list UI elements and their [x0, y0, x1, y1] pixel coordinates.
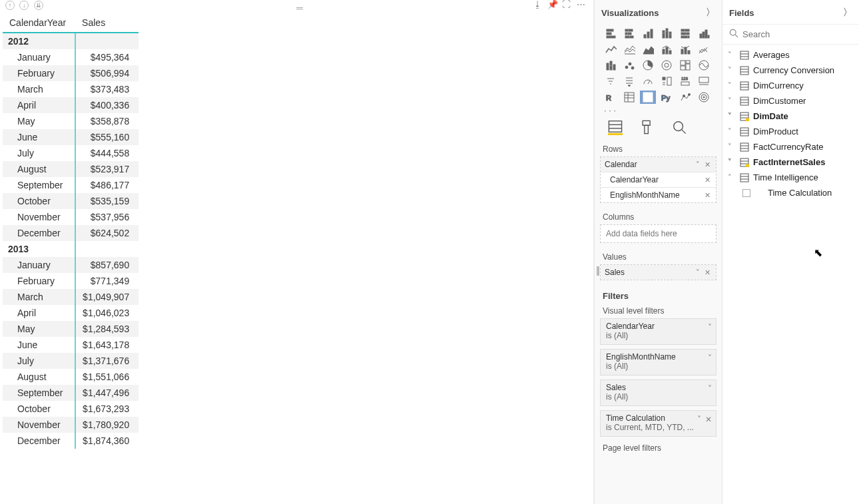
remove-calendaryear-icon[interactable]: ✕ — [705, 176, 712, 184]
viz-area-icon[interactable] — [621, 43, 637, 56]
fields-tab[interactable] — [608, 119, 623, 135]
chevron-icon[interactable]: ˅ — [728, 158, 736, 166]
viz-100-stacked-column-icon[interactable] — [696, 27, 712, 40]
table-row[interactable]: November — [3, 417, 75, 433]
viz-treemap-icon[interactable] — [677, 59, 693, 72]
viz-pie-icon[interactable] — [640, 59, 656, 72]
table-row[interactable]: June — [3, 337, 75, 353]
table-row[interactable]: April — [3, 305, 75, 321]
table-cell[interactable]: $555,160 — [75, 129, 139, 145]
table-cell[interactable]: $624,502 — [75, 225, 139, 241]
drag-handle-icon[interactable]: ═ — [296, 3, 303, 13]
viz-funnel-icon[interactable] — [603, 75, 619, 88]
header-sales[interactable]: Sales — [75, 13, 139, 33]
header-calendaryear[interactable]: CalendarYear — [3, 13, 75, 33]
values-item-sales[interactable]: Sales˅ ✕ — [601, 265, 716, 280]
table-cell[interactable]: $1,371,676 — [75, 353, 139, 369]
scrollbar-thumb[interactable] — [597, 266, 599, 276]
rows-group-calendar[interactable]: Calendar˅ ✕ — [601, 157, 716, 172]
year-row[interactable]: 2012 — [3, 33, 75, 49]
chevron-icon[interactable]: ˅ — [728, 81, 736, 90]
fields-table-dimcustomer[interactable]: ˅DimCustomer — [722, 93, 859, 109]
viz-clustered-bar-h-icon[interactable] — [621, 27, 637, 40]
chevron-icon[interactable]: ˅ — [728, 66, 736, 75]
chevron-icon[interactable]: ˅ — [728, 127, 736, 136]
matrix-visual[interactable]: CalendarYear Sales 2012January$495,364Fe… — [3, 13, 139, 449]
filter-card[interactable]: CalendarYearis (All)˅ — [600, 318, 716, 345]
fields-table-averages[interactable]: ˅Averages — [722, 47, 859, 63]
viz-matrix-icon[interactable] — [640, 91, 656, 104]
fields-table-currency-conversion[interactable]: ˅Currency Conversion — [722, 63, 859, 78]
collapse-visualizations-icon[interactable]: 〉 — [706, 7, 715, 19]
table-row[interactable]: August — [3, 369, 75, 385]
search-input[interactable] — [742, 29, 854, 39]
table-row[interactable]: December — [3, 433, 75, 449]
format-tab[interactable] — [640, 119, 655, 135]
checkbox[interactable] — [742, 189, 750, 197]
chevron-icon[interactable]: ˅ — [728, 97, 736, 105]
viz-card-icon[interactable] — [659, 75, 675, 88]
table-cell[interactable]: $1,284,593 — [75, 321, 139, 337]
filter-card[interactable]: EnglishMonthNameis (All)˅ — [600, 349, 716, 376]
table-cell[interactable]: $495,364 — [75, 49, 139, 65]
table-cell[interactable]: $857,690 — [75, 257, 139, 273]
table-row[interactable]: July — [3, 353, 75, 369]
table-cell[interactable]: $1,874,360 — [75, 433, 139, 449]
export-icon[interactable]: ⭳ — [533, 1, 543, 10]
analytics-tab[interactable] — [672, 119, 687, 135]
table-row[interactable]: December — [3, 225, 75, 241]
viz-donut-icon[interactable] — [659, 59, 675, 72]
viz-line-icon[interactable] — [603, 43, 619, 56]
table-row[interactable]: October — [3, 401, 75, 417]
table-cell[interactable]: $506,994 — [75, 65, 139, 81]
table-row[interactable]: August — [3, 161, 75, 177]
viz-python-visual-icon[interactable]: Py — [659, 91, 675, 104]
table-cell[interactable]: $523,917 — [75, 161, 139, 177]
table-cell[interactable]: $1,447,496 — [75, 385, 139, 401]
viz-key-influencers-icon[interactable] — [677, 91, 693, 104]
chevron-down-icon[interactable]: ˅ — [708, 354, 712, 363]
viz-arcgis-icon[interactable] — [696, 91, 712, 104]
table-row[interactable]: May — [3, 321, 75, 337]
chevron-icon[interactable]: ˅ — [728, 112, 736, 121]
viz-line-clustered-column-icon[interactable] — [659, 43, 675, 56]
fields-table-factinternetsales[interactable]: ˅FactInternetSales — [722, 154, 859, 170]
table-cell[interactable]: $1,046,023 — [75, 305, 139, 321]
table-cell[interactable]: $771,349 — [75, 273, 139, 289]
filter-card[interactable]: Time Calculationis Current, MTD, YTD, ..… — [600, 410, 716, 437]
viz-stacked-column-icon[interactable] — [659, 27, 675, 40]
chevron-icon[interactable]: ˄ — [728, 173, 736, 182]
values-sales-ops[interactable]: ˅ ✕ — [696, 268, 712, 277]
table-row[interactable]: May — [3, 113, 75, 129]
table-row[interactable]: February — [3, 65, 75, 81]
rows-item-calendaryear[interactable]: CalendarYear✕ — [601, 172, 716, 188]
table-row[interactable]: March — [3, 289, 75, 305]
table-row[interactable]: September — [3, 385, 75, 401]
viz-kpi-icon[interactable] — [696, 75, 712, 88]
viz-stacked-bar-h-icon[interactable] — [603, 27, 619, 40]
chevron-icon[interactable]: ˅ — [728, 142, 736, 151]
filter-card[interactable]: Salesis (All)˅ — [600, 379, 716, 406]
viz-ribbon-icon[interactable] — [696, 43, 712, 56]
table-cell[interactable]: $1,673,293 — [75, 401, 139, 417]
table-cell[interactable]: $373,483 — [75, 81, 139, 97]
table-cell[interactable]: $486,177 — [75, 177, 139, 193]
table-cell[interactable]: $358,878 — [75, 113, 139, 129]
collapse-fields-icon[interactable]: 〉 — [843, 7, 852, 19]
fields-table-dimdate[interactable]: ˅DimDate — [722, 109, 859, 124]
viz-map-icon[interactable] — [696, 59, 712, 72]
expand-icon[interactable]: ⇊ — [34, 1, 43, 10]
viz-scatter-icon[interactable] — [621, 59, 637, 72]
drillup-icon[interactable]: ↑ — [5, 1, 15, 10]
fields-table-dimcurrency[interactable]: ˅DimCurrency — [722, 78, 859, 93]
table-cell[interactable]: $1,643,178 — [75, 337, 139, 353]
remove-filter-icon[interactable]: ✕ — [705, 415, 712, 424]
table-row[interactable]: April — [3, 97, 75, 113]
year-row[interactable]: 2013 — [3, 241, 75, 257]
drilldown-icon[interactable]: ↓ — [19, 1, 29, 10]
chevron-icon[interactable]: ˅ — [728, 51, 736, 59]
table-cell[interactable]: $444,558 — [75, 145, 139, 161]
chevron-down-icon[interactable]: ˅ — [708, 323, 712, 332]
fields-table-time-intelligence[interactable]: ˄Time Intelligence — [722, 170, 859, 185]
focus-icon[interactable]: ⛶ — [562, 1, 571, 10]
